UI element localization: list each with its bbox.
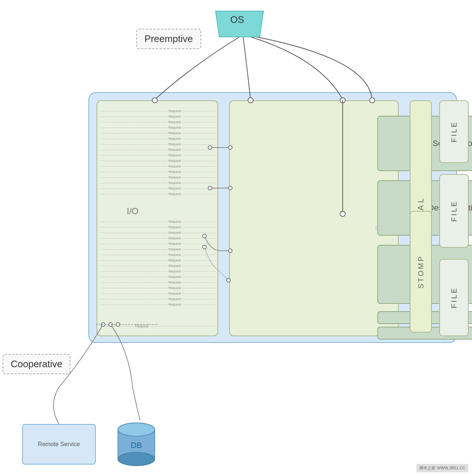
request-bot-13: Request	[167, 286, 182, 290]
file-label-1: FILE	[450, 121, 458, 142]
svg-point-19	[118, 452, 155, 466]
request-text-16: Request	[167, 192, 182, 196]
request-text-1: Request	[167, 109, 182, 113]
request-lines-top: Request Request Request Request	[101, 108, 215, 197]
os-label: OS	[230, 14, 244, 25]
request-text-5: Request	[167, 131, 182, 135]
cpu-panel: Serialization Deserialization CPU Crypto	[229, 100, 399, 336]
cooperative-request-line: Request	[101, 324, 215, 328]
request-text-13: Request	[167, 176, 182, 179]
request-coop-label: Request	[133, 324, 150, 328]
request-bot-3: Request	[167, 231, 182, 234]
svg-point-22	[118, 423, 155, 436]
request-bot-9: Request	[167, 264, 182, 268]
io-label: I/O	[127, 206, 139, 216]
request-bot-5: Request	[167, 242, 182, 246]
file-box-3: FILE	[439, 259, 469, 336]
file-box-2: FILE	[439, 174, 469, 248]
io-panel: Request Request Request Request	[97, 100, 218, 336]
request-bot-16: Request	[167, 303, 182, 306]
stomp-label: STOMP	[417, 255, 425, 289]
request-bot-10: Request	[167, 270, 182, 273]
request-text-6: Request	[167, 137, 182, 140]
request-bot-12: Request	[167, 281, 182, 284]
request-text-14: Request	[167, 181, 182, 185]
request-bot-15: Request	[167, 297, 182, 301]
cooperative-label: Cooperative	[3, 354, 70, 374]
db-container: DB	[114, 420, 158, 470]
file-box-1: FILE	[439, 100, 469, 163]
request-lines-bottom: Request Request Request Request	[101, 219, 215, 308]
main-architecture-box: Request Request Request Request	[88, 92, 457, 343]
stomp-column: STOMP	[410, 211, 432, 333]
request-bot-8: Request	[167, 258, 182, 262]
file-label-2: FILE	[450, 200, 458, 222]
request-bot-1: Request	[167, 220, 182, 223]
request-text-11: Request	[167, 164, 182, 168]
db-icon: DB	[114, 420, 158, 468]
request-bot-6: Request	[167, 247, 182, 251]
cpu-label: CPU	[375, 224, 391, 232]
remote-service-label: Remote Service	[38, 441, 80, 448]
preemptive-label: Preemptive	[136, 29, 201, 49]
request-text-7: Request	[167, 142, 182, 146]
request-text-3: Request	[167, 120, 182, 124]
request-bot-7: Request	[167, 253, 182, 257]
request-text-15: Request	[167, 187, 182, 190]
request-text-9: Request	[167, 153, 182, 157]
request-bot-14: Request	[167, 292, 182, 295]
request-bot-2: Request	[167, 225, 182, 229]
request-bot-4: Request	[167, 236, 182, 240]
watermark: 脚本之家 WWW.JB51.CC	[416, 464, 468, 472]
request-text-8: Request	[167, 148, 182, 152]
request-bot-11: Request	[167, 275, 182, 279]
file-label-3: FILE	[450, 287, 458, 308]
svg-text:DB: DB	[131, 441, 142, 450]
request-text-4: Request	[167, 126, 182, 129]
remote-service-box: Remote Service	[22, 424, 96, 465]
request-text-12: Request	[167, 170, 182, 174]
request-text-10: Request	[167, 159, 182, 163]
diagram-container: OS Preemptive Request Request	[0, 0, 472, 476]
request-text-2: Request	[167, 115, 182, 118]
